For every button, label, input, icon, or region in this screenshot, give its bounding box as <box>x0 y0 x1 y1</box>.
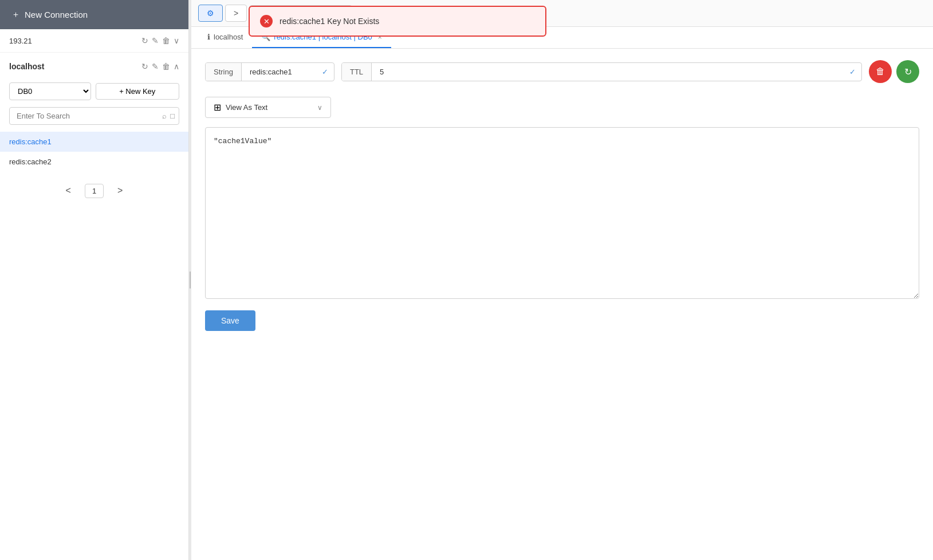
sidebar: ＋ New Connection 193.21 ↻ ✎ 🗑 ∨ localhos… <box>0 0 189 560</box>
db-select[interactable]: DB0 DB1 DB2 DB3 <box>9 82 91 100</box>
key-list: redis:cache1 redis:cache2 <box>0 132 188 172</box>
edit-localhost-icon[interactable]: ✎ <box>152 62 159 71</box>
expand-connection-icon[interactable]: ∨ <box>174 36 179 45</box>
save-label: Save <box>221 316 239 325</box>
error-icon: ✕ <box>260 15 273 27</box>
search-input[interactable] <box>9 107 179 125</box>
refresh-localhost-icon[interactable]: ↻ <box>141 62 148 71</box>
ttl-check-icon[interactable]: ✓ <box>844 63 861 81</box>
connection-ip: 193.21 <box>9 37 32 45</box>
next-page-button[interactable]: > <box>113 183 127 198</box>
action-buttons: 🗑 ↻ <box>869 60 919 83</box>
connection-actions: ↻ ✎ 🗑 ∨ <box>141 36 179 45</box>
filter-icon[interactable]: □ <box>170 112 175 120</box>
tab-localhost-label: localhost <box>214 33 243 41</box>
connection-item: 193.21 ↻ ✎ 🗑 ∨ <box>0 29 188 53</box>
error-message: redis:cache1 Key Not Exists <box>279 17 379 26</box>
arrow-toolbar-button[interactable]: > <box>225 5 247 22</box>
key-item-label: redis:cache1 <box>9 137 52 146</box>
key-check-icon[interactable]: ✓ <box>316 63 334 81</box>
localhost-title: localhost <box>9 62 44 71</box>
key-name-value: redis:cache1 <box>242 63 316 81</box>
search-box-container: ⌕ □ <box>9 107 179 125</box>
key-item-cache1[interactable]: redis:cache1 <box>0 132 188 152</box>
settings-toolbar-button[interactable]: ⚙ <box>198 5 223 22</box>
delete-key-button[interactable]: 🗑 <box>869 60 892 83</box>
localhost-section: localhost ↻ ✎ 🗑 ∧ <box>0 53 188 78</box>
content-area: String redis:cache1 ✓ TTL 5 ✓ 🗑 ↻ <box>191 49 933 560</box>
view-selector-chevron-icon: ∨ <box>317 104 322 112</box>
localhost-actions: ↻ ✎ 🗑 ∧ <box>141 62 179 71</box>
ttl-value: 5 <box>372 63 844 81</box>
new-key-button[interactable]: + New Key <box>96 83 180 100</box>
view-selector-grid-icon: ⊞ <box>214 102 221 113</box>
page-number: 1 <box>85 184 104 198</box>
resize-divider[interactable] <box>189 0 191 560</box>
localhost-header: localhost ↻ ✎ 🗑 ∧ <box>9 57 179 76</box>
view-selector[interactable]: ⊞ View As Text ∨ <box>205 97 331 118</box>
type-key-group: String redis:cache1 ✓ <box>205 62 334 81</box>
delete-localhost-icon[interactable]: 🗑 <box>162 62 170 71</box>
ttl-group: TTL 5 ✓ <box>341 62 862 81</box>
delete-connection-icon[interactable]: 🗑 <box>162 36 170 45</box>
prev-page-button[interactable]: < <box>61 183 76 198</box>
arrow-icon: > <box>234 9 238 18</box>
trash-icon: 🗑 <box>876 66 885 77</box>
plus-icon: ＋ <box>11 9 20 20</box>
value-textarea[interactable]: "cache1Value" <box>205 127 919 299</box>
search-icons: ⌕ □ <box>162 112 175 120</box>
type-label: String <box>206 63 242 81</box>
toolbar: ⚙ > ✕ redis:cache1 Key Not Exists <box>191 0 933 27</box>
pagination: < 1 > <box>0 176 188 205</box>
settings-icon: ⚙ <box>207 9 214 18</box>
view-selector-text: View As Text <box>226 103 313 112</box>
error-notification: ✕ redis:cache1 Key Not Exists <box>249 6 546 37</box>
key-item-label: redis:cache2 <box>9 157 52 166</box>
edit-connection-icon[interactable]: ✎ <box>152 36 159 45</box>
new-connection-button[interactable]: ＋ New Connection <box>0 0 188 29</box>
ttl-label: TTL <box>342 63 372 81</box>
search-icon[interactable]: ⌕ <box>162 112 167 120</box>
tab-localhost[interactable]: ℹ localhost <box>198 27 252 48</box>
new-key-label: + New Key <box>119 87 155 96</box>
collapse-localhost-icon[interactable]: ∧ <box>174 62 179 71</box>
info-icon: ℹ <box>207 33 210 41</box>
refresh-key-button[interactable]: ↻ <box>896 60 919 83</box>
refresh-icon: ↻ <box>904 66 912 77</box>
key-editor-row: String redis:cache1 ✓ TTL 5 ✓ 🗑 ↻ <box>205 60 919 83</box>
save-button[interactable]: Save <box>205 310 255 331</box>
error-x-icon: ✕ <box>263 17 270 26</box>
main-content: ⚙ > ✕ redis:cache1 Key Not Exists ℹ loca… <box>191 0 933 560</box>
refresh-connection-icon[interactable]: ↻ <box>141 36 148 45</box>
db-controls: DB0 DB1 DB2 DB3 + New Key <box>0 78 188 105</box>
new-connection-label: New Connection <box>25 10 88 19</box>
key-item-cache2[interactable]: redis:cache2 <box>0 152 188 172</box>
